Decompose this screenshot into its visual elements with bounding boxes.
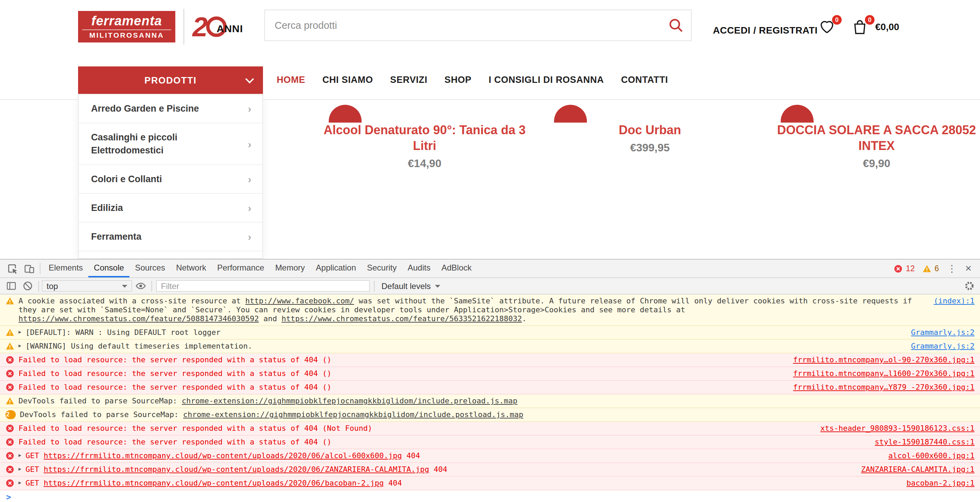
console-message-link[interactable]: https://frrmilito.mtncompany.cloud/wp-co… [43,479,383,488]
wishlist-badge: 0 [832,15,842,25]
console-message-link[interactable]: https://www.chromestatus.com/feature/563… [282,315,522,323]
devtools-tab-sources[interactable]: Sources [129,260,170,277]
menu-item-label: Ferramenta [91,230,228,243]
product-title[interactable]: Alcool Denaturato 90°: Tanica da 3 Litri [315,122,534,154]
nav-link-contatti[interactable]: CONTATTI [621,75,668,85]
expand-arrow-icon[interactable]: ▶ [19,451,21,460]
devtools-tab-adblock[interactable]: AdBlock [436,260,477,277]
logo-subname: MILITOROSANNA [82,29,171,40]
console-message-text: [DEFAULT]: WARN : Using DEFAULT root log… [25,328,900,337]
product-card: Alcool Denaturato 90°: Tanica da 3 Litri… [315,105,534,170]
chevron-right-icon: › [248,173,251,185]
close-devtools-icon[interactable]: × [961,262,976,275]
console-source-link[interactable]: frrmilito.mtncompany…l1600-270x360.jpg:1 [793,369,975,378]
website: ferramenta MILITOROSANNA 2 ANNI [0,0,980,259]
clear-console-icon[interactable] [19,278,36,294]
expand-arrow-icon[interactable]: ▶ [19,342,21,351]
error-icon [5,438,14,446]
product-title[interactable]: DOCCIA SOLARE A SACCA 28052 INTEX [767,122,980,154]
main-nav: HOMECHI SIAMOSERVIZISHOPI CONSIGLI DI RO… [277,60,668,99]
devtools-tab-security[interactable]: Security [361,260,402,277]
menu-item-label: Casalinghi e piccoli Elettrodomestici [91,131,228,157]
devtools-tab-application[interactable]: Application [310,260,361,277]
console-row: DevTools failed to parse SourceMap: chro… [0,394,980,408]
search-button[interactable] [661,17,691,33]
wishlist-button[interactable]: 0 [819,19,837,37]
expand-arrow-icon[interactable]: ▶ [19,328,21,337]
cart-button[interactable]: 0 [852,19,870,37]
more-options-icon[interactable]: ⋮ [945,263,959,274]
site-logo[interactable]: ferramenta MILITOROSANNA 2 ANNI [78,9,243,44]
error-icon [5,383,14,392]
devtools-tab-network[interactable]: Network [170,260,212,277]
console-source-link[interactable]: Grammarly.js:2 [911,328,975,337]
console-source-link[interactable]: xts-header_980893-1590186123.css:1 [821,424,975,433]
console-message-link[interactable]: https://frrmilito.mtncompany.cloud/wp-co… [43,465,429,474]
devtools-tab-elements[interactable]: Elements [43,260,88,277]
console-row: ▶[WARNING] Using default timeseries impl… [0,340,980,353]
nav-link-shop[interactable]: SHOP [444,75,471,85]
console-row: ▶GET https://frrmilito.mtncompany.cloud/… [0,463,980,477]
nav-link-i-consigli-di-rosanna[interactable]: I CONSIGLI DI ROSANNA [488,75,604,85]
error-icon [5,465,14,474]
console-message-link[interactable]: https://www.chromestatus.com/feature/508… [19,315,259,323]
menu-item-casalinghi-e-piccoli-elettrodomestici[interactable]: Casalinghi e piccoli Elettrodomestici› [79,123,262,165]
dropdown-caret-icon [122,284,127,287]
console-message-link[interactable]: http://www.facebook.com/ [245,297,354,305]
cart-badge: 0 [865,15,875,25]
console-source-link[interactable]: ZANZARIERA-CALAMITA.jpg:1 [861,465,975,474]
live-expression-eye-icon[interactable] [132,278,149,294]
console-filter-input[interactable] [156,280,370,292]
separator [40,263,40,274]
console-prompt[interactable]: > [0,490,980,502]
error-icon [5,356,14,364]
console-source-link[interactable]: bacoban-2.jpg:1 [906,479,975,488]
product-title[interactable]: Doc Urban [540,122,759,138]
log-levels-value: Default levels [382,281,431,291]
console-source-link[interactable]: (index):1 [934,297,975,305]
devtools-tab-console[interactable]: Console [88,260,129,277]
chevron-right-icon: › [248,231,251,242]
error-icon [5,369,14,378]
menu-item-colori-e-collanti[interactable]: Colori e Collanti› [79,165,262,194]
console-message-link[interactable]: chrome-extension://gighmmpiobklfepjocnam… [183,410,523,419]
login-register-link[interactable]: ACCEDI / REGISTRATI [713,0,818,60]
console-source-link[interactable]: Grammarly.js:2 [911,342,975,351]
search-input[interactable] [265,20,661,31]
console-message-text: GET https://frrmilito.mtncompany.cloud/w… [25,451,877,460]
menu-item-arredo-garden-e-piscine[interactable]: Arredo Garden e Piscine› [79,95,262,123]
device-toolbar-icon[interactable] [21,260,37,277]
console-source-link[interactable]: alcol-600x600.jpg:1 [888,451,975,460]
product-price: €14,90 [315,157,534,170]
warning-icon [5,297,14,305]
console-source-link[interactable]: frrmilito.mtncompany…Y879 -270x360.jpg:1 [793,383,975,392]
devtools-tab-audits[interactable]: Audits [402,260,436,277]
anniversary-digit: 2 [192,14,208,39]
product-price: €399,95 [540,142,759,154]
console-source-link[interactable]: style-1590187440.css:1 [875,438,975,446]
log-levels-dropdown[interactable]: Default levels [377,281,444,291]
nav-link-chi-siamo[interactable]: CHI SIAMO [322,75,373,85]
console-sidebar-icon[interactable] [3,278,19,294]
logo-divider [183,9,184,44]
expand-arrow-icon[interactable]: ▶ [19,479,21,488]
devtools-tab-performance[interactable]: Performance [212,260,269,277]
products-menu-button[interactable]: PRODOTTI [78,67,263,94]
console-row: Failed to load resource: the server resp… [0,353,980,367]
inspect-element-icon[interactable] [4,260,21,277]
context-dropdown[interactable]: top [42,280,132,292]
console-settings-gear-icon[interactable] [961,278,977,294]
devtools-tabbar: ElementsConsoleSourcesNetworkPerformance… [0,260,980,278]
console-row: Failed to load resource: the server resp… [0,367,980,381]
nav-link-servizi[interactable]: SERVIZI [390,75,427,85]
separator [374,280,375,291]
console-message-link[interactable]: chrome-extension://gighmmpiobklfepjocnam… [182,397,517,405]
console-message-link[interactable]: https://frrmilito.mtncompany.cloud/wp-co… [43,451,402,460]
menu-item-ferramenta[interactable]: Ferramenta› [79,222,262,251]
cart-total[interactable]: €0,00 [875,21,899,32]
menu-item-edilizia[interactable]: Edilizia› [79,194,262,222]
nav-link-home[interactable]: HOME [277,75,305,85]
expand-arrow-icon[interactable]: ▶ [19,465,21,474]
devtools-tab-memory[interactable]: Memory [270,260,310,277]
console-source-link[interactable]: frrmilito.mtncompany…ol-90-270x360.jpg:1 [793,356,975,364]
